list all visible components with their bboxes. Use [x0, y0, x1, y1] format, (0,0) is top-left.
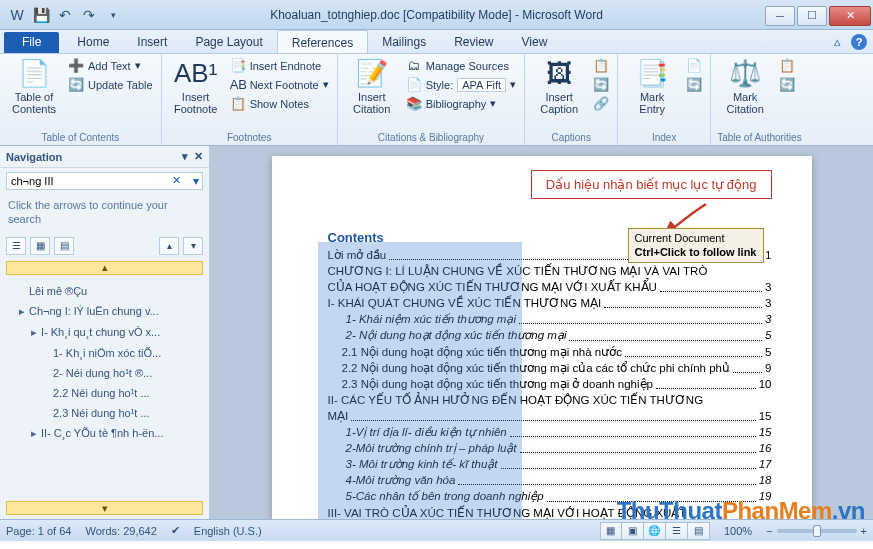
- search-dropdown-icon[interactable]: ▾: [193, 174, 199, 188]
- group-authorities: ⚖️ Mark Citation 📋 🔄 Table of Authoritie…: [711, 54, 808, 145]
- table-of-contents-button[interactable]: 📄 Table of Contents: [6, 57, 62, 115]
- zoom-slider[interactable]: − +: [766, 525, 867, 537]
- document-area[interactable]: Dấu hiệu nhận biết mục lục tự động Conte…: [210, 146, 873, 519]
- insert-caption-button[interactable]: 🖼 Insert Caption: [531, 57, 587, 115]
- ribbon-minimize-icon[interactable]: ▵: [825, 30, 849, 53]
- nav-next-icon[interactable]: ▾: [183, 237, 203, 255]
- view-full-screen[interactable]: ▣: [622, 522, 644, 540]
- mark-entry-icon: 📑: [636, 57, 668, 89]
- update-table-button[interactable]: 🔄Update Table: [66, 76, 155, 93]
- toc-row[interactable]: III- VAI TRÒ CỦA XÚC TIẾN THƯƠNG MẠI VỚI…: [328, 505, 772, 520]
- caption-opt2[interactable]: 🔄: [591, 76, 611, 93]
- index-opt1[interactable]: 📄: [684, 57, 704, 74]
- ribbon-tabs: File Home Insert Page Layout References …: [0, 30, 873, 54]
- add-text-button[interactable]: ➕Add Text ▾: [66, 57, 155, 74]
- nav-view-results[interactable]: ▤: [54, 237, 74, 255]
- tree-item[interactable]: 2- Néi dung ho¹t ®...: [4, 363, 205, 383]
- toc-row[interactable]: 2.1 Nội dung hoạt động xúc tiến thương m…: [328, 344, 772, 360]
- status-words[interactable]: Words: 29,642: [85, 525, 156, 537]
- file-tab[interactable]: File: [4, 32, 59, 53]
- nav-header: Navigation ▾ ✕: [0, 146, 209, 168]
- toc-row[interactable]: 1-Vị trí địa lí- điều kiện tự nhiên15: [328, 424, 772, 440]
- nav-close-icon[interactable]: ✕: [194, 150, 203, 163]
- nav-prev-icon[interactable]: ▴: [159, 237, 179, 255]
- tab-mailings[interactable]: Mailings: [368, 30, 440, 53]
- help-icon[interactable]: ?: [851, 34, 867, 50]
- toc-row[interactable]: I- KHÁI QUÁT CHUNG VỀ XÚC TIẾN THƯƠNG MẠ…: [328, 295, 772, 311]
- nav-scroll-up[interactable]: ▴: [6, 261, 203, 275]
- show-notes-button[interactable]: 📋Show Notes: [228, 95, 331, 112]
- view-print-layout[interactable]: ▦: [600, 522, 622, 540]
- proofing-icon[interactable]: ✔: [171, 524, 180, 537]
- tree-item[interactable]: ▸I- Kh¸i qu¸t chung vÒ x...: [4, 322, 205, 343]
- index-opt2[interactable]: 🔄: [684, 76, 704, 93]
- toc-row[interactable]: CỦA HOẠT ĐỘNG XÚC TIẾN THƯƠNG MẠI VỚI XU…: [328, 279, 772, 295]
- redo-icon[interactable]: ↷: [78, 4, 100, 26]
- tab-references[interactable]: References: [277, 30, 368, 53]
- toc-row[interactable]: 3- Môi trường kinh tế- kĩ thuật17: [328, 456, 772, 472]
- view-web[interactable]: 🌐: [644, 522, 666, 540]
- insert-footnote-button[interactable]: AB¹ Insert Footnote: [168, 57, 224, 115]
- caption-opt1[interactable]: 📋: [591, 57, 611, 74]
- nav-scroll-down[interactable]: ▾: [6, 501, 203, 515]
- style-icon: 📄: [406, 77, 422, 92]
- tree-item[interactable]: 2.2 Néi dung ho¹t ...: [4, 383, 205, 403]
- navigation-pane: Navigation ▾ ✕ ✕ ▾ Click the arrows to c…: [0, 146, 210, 519]
- search-clear-icon[interactable]: ✕: [172, 174, 181, 187]
- toc-row[interactable]: 1- Khái niệm xúc tiến thương mại3: [328, 311, 772, 327]
- tab-review[interactable]: Review: [440, 30, 507, 53]
- caption-opt3[interactable]: 🔗: [591, 95, 611, 112]
- insert-endnote-button[interactable]: 📑Insert Endnote: [228, 57, 331, 74]
- tree-item[interactable]: 1- Kh¸i niÖm xóc tiÕ...: [4, 343, 205, 363]
- tab-insert[interactable]: Insert: [123, 30, 181, 53]
- tree-item[interactable]: 2.3 Néi dung ho¹t ...: [4, 403, 205, 423]
- caption-label: Insert Caption: [540, 91, 578, 115]
- zoom-in-icon[interactable]: +: [861, 525, 867, 537]
- zoom-track[interactable]: [777, 529, 857, 533]
- toc-row[interactable]: CHƯƠNG I: LÍ LUẬN CHUNG VỀ XÚC TIẾN THƯƠ…: [328, 263, 772, 279]
- tooltip-line2: Ctrl+Click to follow link: [635, 245, 757, 259]
- update-icon: 🔄: [68, 77, 84, 92]
- undo-icon[interactable]: ↶: [54, 4, 76, 26]
- citation-style-dropdown[interactable]: 📄Style: APA Fift ▾: [404, 76, 518, 93]
- view-draft[interactable]: ▤: [688, 522, 710, 540]
- tab-home[interactable]: Home: [63, 30, 123, 53]
- toc-row[interactable]: 2.2 Nội dung hoạt động xúc tiến thương m…: [328, 360, 772, 376]
- tree-item[interactable]: ▸II- C¸c YÕu tè ¶nh h-ën...: [4, 423, 205, 444]
- next-footnote-button[interactable]: ABNext Footnote ▾: [228, 76, 331, 93]
- close-button[interactable]: ✕: [829, 6, 871, 26]
- status-page[interactable]: Page: 1 of 64: [6, 525, 71, 537]
- view-outline[interactable]: ☰: [666, 522, 688, 540]
- auth-opt2[interactable]: 🔄: [777, 76, 797, 93]
- manage-sources-button[interactable]: 🗂Manage Sources: [404, 57, 518, 74]
- maximize-button[interactable]: ☐: [797, 6, 827, 26]
- zoom-out-icon[interactable]: −: [766, 525, 772, 537]
- bibliography-icon: 📚: [406, 96, 422, 111]
- zoom-thumb[interactable]: [813, 525, 821, 537]
- mark-entry-button[interactable]: 📑 Mark Entry: [624, 57, 680, 115]
- word-icon[interactable]: W: [6, 4, 28, 26]
- qat-dropdown-icon[interactable]: ▾: [102, 4, 124, 26]
- tree-item[interactable]: Lêi mê ®Çu: [4, 281, 205, 301]
- status-zoom[interactable]: 100%: [724, 525, 752, 537]
- toc-row[interactable]: 2-Môi trường chính trị – pháp luật16: [328, 440, 772, 456]
- nav-view-pages[interactable]: ▦: [30, 237, 50, 255]
- toc-row[interactable]: 2- Nội dung hoạt động xúc tiến thương mạ…: [328, 327, 772, 343]
- nav-dropdown-icon[interactable]: ▾: [182, 150, 188, 163]
- toc-row[interactable]: MẠI15: [328, 408, 772, 424]
- nav-view-headings[interactable]: ☰: [6, 237, 26, 255]
- tree-item[interactable]: ▸Ch¬ng I: lÝ luËn chung v...: [4, 301, 205, 322]
- tab-view[interactable]: View: [508, 30, 562, 53]
- toc-row[interactable]: II- CÁC YẾU TỐ ẢNH HƯỞNG ĐẾN HOẠT ĐỘNG X…: [328, 392, 772, 408]
- toc-row[interactable]: 5-Các nhân tố bên trong doanh nghiệp19: [328, 488, 772, 504]
- auth-opt1[interactable]: 📋: [777, 57, 797, 74]
- save-icon[interactable]: 💾: [30, 4, 52, 26]
- status-language[interactable]: English (U.S.): [194, 525, 262, 537]
- insert-citation-button[interactable]: 📝 Insert Citation: [344, 57, 400, 115]
- mark-citation-button[interactable]: ⚖️ Mark Citation: [717, 57, 773, 115]
- toc-row[interactable]: 2.3 Nội dung hoạt động xúc tiến thương m…: [328, 376, 772, 392]
- tab-page-layout[interactable]: Page Layout: [181, 30, 276, 53]
- toc-row[interactable]: 4-Môi trường văn hóa18: [328, 472, 772, 488]
- bibliography-button[interactable]: 📚Bibliography ▾: [404, 95, 518, 112]
- minimize-button[interactable]: ─: [765, 6, 795, 26]
